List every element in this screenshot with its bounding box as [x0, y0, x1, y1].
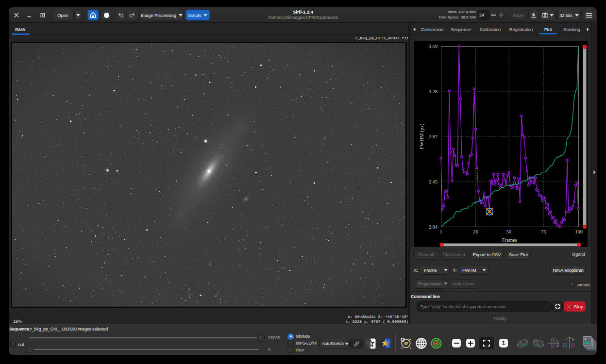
svg-text:100: 100 [575, 229, 583, 234]
svg-text:2.04: 2.04 [429, 224, 438, 230]
svg-text:R: R [563, 342, 568, 349]
svg-text:2.45: 2.45 [429, 179, 438, 184]
svg-text:3.28: 3.28 [429, 89, 438, 94]
svg-text:50: 50 [506, 229, 512, 234]
svg-text:2.87: 2.87 [429, 134, 438, 139]
svg-text:R: R [571, 342, 575, 349]
svg-text:3.69: 3.69 [429, 44, 438, 49]
svg-text:1: 1 [439, 229, 442, 234]
svg-text:Frames: Frames [502, 237, 517, 243]
svg-text:FWHM (px): FWHM (px) [419, 123, 425, 149]
svg-text:26: 26 [473, 229, 478, 234]
svg-text:75: 75 [541, 229, 546, 234]
